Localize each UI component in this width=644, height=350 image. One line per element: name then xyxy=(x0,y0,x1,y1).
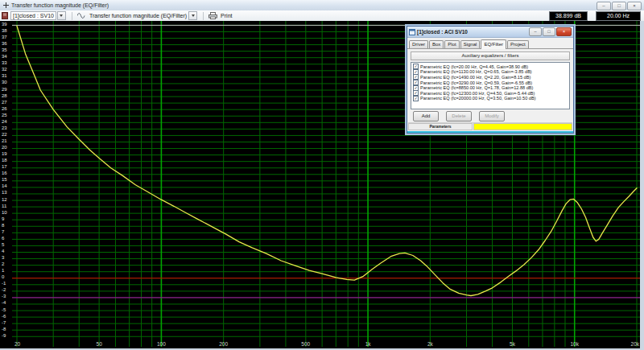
tab-box[interactable]: Box xyxy=(429,40,444,48)
project-icon xyxy=(2,12,8,19)
application-window: { "window": { "titlebar": { "title": "Tr… xyxy=(0,0,644,350)
tab-eq-filter[interactable]: EQ/Filter xyxy=(481,39,506,49)
svg-text:8: 8 xyxy=(2,223,5,228)
svg-text:38: 38 xyxy=(2,28,7,33)
eq-filter-dialog: [1]closed : ACI SV10 – □ × DriverBoxPlot… xyxy=(407,26,574,134)
eq-item-label: Parametric EQ (fc=1490.00 Hz, Q=2.20, Ga… xyxy=(420,75,530,80)
svg-text:21: 21 xyxy=(2,138,7,143)
dialog-minimize-button[interactable]: – xyxy=(529,27,542,36)
eq-list-item[interactable]: ✓Parametric EQ (fc=12300.00 Hz, Q=4.50, … xyxy=(412,90,568,96)
crosshair-icon xyxy=(3,2,9,8)
eq-item-label: Parametric EQ (fc=20.00 Hz, Q=4.45, Gain… xyxy=(420,64,528,69)
svg-text:20k: 20k xyxy=(631,341,640,347)
chevron-down-icon xyxy=(192,14,195,17)
add-button[interactable]: Add xyxy=(413,111,439,121)
tab-signal[interactable]: Signal xyxy=(460,40,481,48)
minimize-button[interactable]: – xyxy=(597,2,611,10)
svg-text:18: 18 xyxy=(2,158,7,163)
svg-text:34: 34 xyxy=(2,54,7,59)
toolbar: [1]closed : SV10 Transfer function magni… xyxy=(0,10,644,22)
svg-text:1: 1 xyxy=(2,268,5,273)
project-selector[interactable]: [1]closed : SV10 xyxy=(10,11,56,20)
svg-text:27: 27 xyxy=(2,100,7,105)
eq-list[interactable]: ✓Parametric EQ (fc=20.00 Hz, Q=4.45, Gai… xyxy=(411,62,570,109)
view-selector-arrow[interactable] xyxy=(188,11,197,20)
eq-item-checkbox[interactable]: ✓ xyxy=(413,96,419,101)
svg-text:30: 30 xyxy=(2,80,7,84)
svg-text:500: 500 xyxy=(301,341,310,347)
dialog-icon xyxy=(409,29,415,35)
svg-text:3: 3 xyxy=(2,255,5,260)
dialog-title: [1]closed : ACI SV10 xyxy=(417,29,468,35)
svg-text:-3: -3 xyxy=(2,294,6,299)
eq-list-item[interactable]: ✓Parametric EQ (fc=20.00 Hz, Q=4.45, Gai… xyxy=(412,64,568,70)
tab-project[interactable]: Project xyxy=(507,40,529,48)
svg-text:-8: -8 xyxy=(2,327,6,331)
svg-text:2: 2 xyxy=(2,261,5,266)
window-titlebar[interactable]: Transfer function magnitude (EQ/Filter) … xyxy=(0,0,644,11)
svg-text:17: 17 xyxy=(2,164,7,169)
dialog-maximize-button[interactable]: □ xyxy=(543,27,555,36)
dialog-tabs: DriverBoxPlotSignalEQ/FilterProject xyxy=(407,38,573,49)
eq-list-item[interactable]: ✓Parametric EQ (fc=8850.00 Hz, Q=1.78, G… xyxy=(412,85,568,91)
svg-text:22: 22 xyxy=(2,132,7,137)
status-progress-bar xyxy=(473,123,572,130)
svg-text:-1: -1 xyxy=(2,281,6,286)
svg-text:24: 24 xyxy=(2,119,7,124)
dialog-close-button[interactable]: × xyxy=(556,27,572,36)
svg-text:15: 15 xyxy=(2,177,7,182)
maximize-button[interactable]: □ xyxy=(612,2,626,10)
frequency-readout: 20.00 Hz xyxy=(596,11,641,21)
eq-list-item[interactable]: ✓Parametric EQ (fc=1490.00 Hz, Q=2.20, G… xyxy=(412,75,568,80)
toolbar-separator xyxy=(72,12,72,20)
close-button[interactable]: × xyxy=(627,2,642,10)
svg-text:-7: -7 xyxy=(2,320,6,325)
x-axis-labels: 20501002005001k2k5k10k20k xyxy=(14,341,640,347)
dialog-titlebar[interactable]: [1]closed : ACI SV10 – □ × xyxy=(407,27,573,38)
modify-button[interactable]: Modify xyxy=(479,111,505,121)
svg-text:0: 0 xyxy=(2,274,5,279)
svg-text:200: 200 xyxy=(219,341,228,347)
view-selector-value[interactable]: Transfer function magnitude (EQ/Filter) xyxy=(89,13,187,19)
svg-text:2k: 2k xyxy=(427,341,434,347)
svg-text:14: 14 xyxy=(2,183,7,188)
svg-text:-2: -2 xyxy=(2,287,6,292)
svg-text:7: 7 xyxy=(2,229,5,234)
window-frame-right xyxy=(640,21,644,348)
delete-button[interactable]: Delete xyxy=(446,111,472,121)
svg-text:10k: 10k xyxy=(570,341,579,347)
svg-text:12: 12 xyxy=(2,197,7,202)
dialog-statusbar: Parameters xyxy=(408,122,572,130)
dialog-controls: – □ × xyxy=(529,27,572,36)
svg-text:32: 32 xyxy=(2,67,7,72)
project-selector-value: [1]closed : SV10 xyxy=(13,13,54,19)
svg-text:9: 9 xyxy=(2,216,5,221)
eq-list-item[interactable]: ✓Parametric EQ (fc=3290.00 Hz, Q=0.59, G… xyxy=(412,80,568,85)
svg-text:23: 23 xyxy=(2,126,7,130)
svg-text:1k: 1k xyxy=(365,341,372,347)
chevron-down-icon xyxy=(60,14,63,17)
svg-text:29: 29 xyxy=(2,87,7,92)
svg-text:37: 37 xyxy=(2,35,7,39)
svg-text:39: 39 xyxy=(2,22,7,27)
svg-text:100: 100 xyxy=(157,341,166,347)
svg-text:11: 11 xyxy=(2,204,7,208)
auxiliary-equalizers-header[interactable]: Auxiliary equalizers / filters xyxy=(411,51,570,60)
svg-text:31: 31 xyxy=(2,73,7,78)
tab-plot[interactable]: Plot xyxy=(444,40,459,48)
tab-driver[interactable]: Driver xyxy=(409,40,428,48)
svg-text:-6: -6 xyxy=(2,314,6,319)
svg-text:5: 5 xyxy=(2,242,5,247)
eq-list-item[interactable]: ✓Parametric EQ (fc=20000.00 Hz, Q=3.50, … xyxy=(412,96,568,101)
eq-item-label: Parametric EQ (fc=12300.00 Hz, Q=4.50, G… xyxy=(420,91,535,96)
svg-text:16: 16 xyxy=(2,171,7,175)
print-button[interactable]: Print xyxy=(221,13,232,19)
eq-list-item[interactable]: ✓Parametric EQ (fc=1130.00 Hz, Q=0.65, G… xyxy=(412,69,568,75)
eq-item-label: Parametric EQ (fc=1130.00 Hz, Q=0.65, Ga… xyxy=(420,69,532,74)
waveform-icon xyxy=(77,12,86,19)
svg-text:33: 33 xyxy=(2,60,7,65)
svg-text:6: 6 xyxy=(2,236,5,241)
project-selector-arrow[interactable] xyxy=(57,11,66,20)
svg-text:25: 25 xyxy=(2,113,7,117)
svg-text:26: 26 xyxy=(2,106,7,111)
